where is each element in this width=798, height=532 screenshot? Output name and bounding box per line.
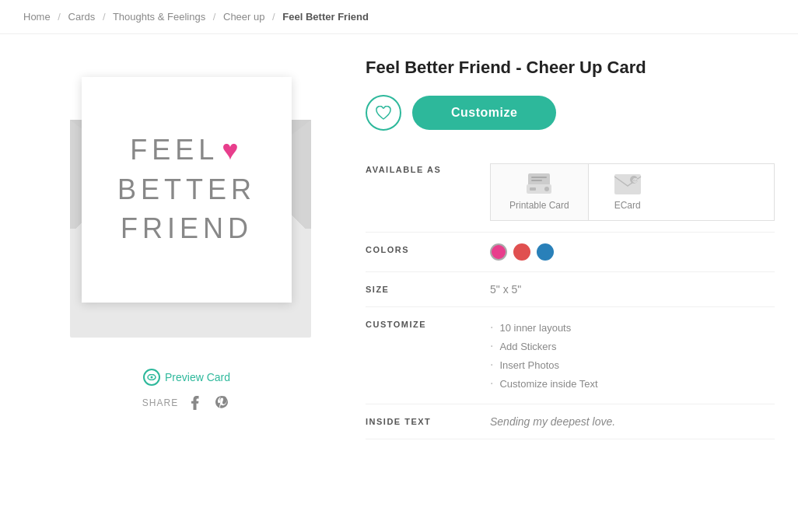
size-value: 5" x 5" [490,283,775,296]
bullet-icon: · [490,320,493,334]
colors-label: COLORS [366,243,490,254]
list-item: ·10 inner layouts [490,318,775,337]
left-panel: FEEL♥ BETTER FRIEND Preview Card SHARE [39,58,334,439]
available-as-label: AVAILABLE AS [366,163,490,174]
breadcrumb-sep-3: / [213,11,216,23]
inside-text-content: Sending my deepest love. [490,415,615,428]
available-as-options: Printable Card @ ECard [490,163,775,221]
pinterest-share-icon[interactable] [212,394,231,412]
svg-text:@: @ [632,177,638,183]
inside-text-row: INSIDE TEXT Sending my deepest love. [366,404,775,439]
svg-rect-4 [531,180,542,181]
customize-row: CUSTOMIZE ·10 inner layouts ·Add Sticker… [366,307,775,404]
inside-text-label: INSIDE TEXT [366,415,490,426]
product-title: Feel Better Friend - Cheer Up Card [366,58,775,78]
card-preview-container: FEEL♥ BETTER FRIEND [54,58,319,353]
available-as-row: AVAILABLE AS Printable Card [366,152,775,233]
preview-icon [143,369,160,386]
card-text-better: BETTER [117,170,256,209]
list-item: ·Customize inside Text [490,374,775,393]
available-as-value: Printable Card @ ECard [490,163,775,221]
bullet-icon: · [490,339,493,353]
colors-value [490,243,775,261]
printable-card-label: Printable Card [509,200,569,211]
main-content: FEEL♥ BETTER FRIEND Preview Card SHARE [0,34,798,463]
facebook-share-icon[interactable] [186,394,205,412]
breadcrumb-current: Feel Better Friend [282,11,369,23]
preview-label: Preview Card [165,371,230,383]
card-text-feel: FEEL♥ [130,131,243,170]
svg-point-1 [150,376,152,379]
customize-features-list: ·10 inner layouts ·Add Stickers ·Insert … [490,318,775,393]
size-text: 5" x 5" [490,283,521,296]
card-text-friend: FRIEND [121,209,253,248]
feature-2: Add Stickers [499,341,556,352]
greeting-card: FEEL♥ BETTER FRIEND [82,77,292,303]
printable-card-option[interactable]: Printable Card [491,164,589,220]
breadcrumb-home[interactable]: Home [23,11,51,23]
color-swatch-red[interactable] [513,243,530,261]
breadcrumb-category[interactable]: Thoughts & Feelings [113,11,205,23]
color-swatch-blue[interactable] [537,243,554,261]
feature-1: 10 inner layouts [499,322,571,334]
share-row: SHARE [142,394,231,412]
breadcrumb-subcategory[interactable]: Cheer up [223,11,264,23]
printable-card-icon [525,173,553,195]
list-item: ·Add Stickers [490,337,775,355]
feature-3: Insert Photos [499,359,559,371]
customize-section-label: CUSTOMIZE [366,318,490,329]
preview-card-link[interactable]: Preview Card [143,369,230,386]
breadcrumb-cards[interactable]: Cards [68,11,96,23]
ecard-label: ECard [614,200,641,211]
right-panel: Feel Better Friend - Cheer Up Card Custo… [366,58,775,439]
bullet-icon: · [490,358,493,372]
color-swatches [490,243,775,261]
breadcrumb-sep-4: / [272,11,275,23]
breadcrumb: Home / Cards / Thoughts & Feelings / Che… [0,0,798,34]
customize-button[interactable]: Customize [412,96,556,130]
svg-rect-3 [531,177,547,178]
ecard-icon: @ [614,173,642,195]
share-label: SHARE [142,397,178,408]
breadcrumb-sep-2: / [103,11,106,23]
card-heart-icon: ♥ [222,131,243,170]
breadcrumb-sep-1: / [58,11,61,23]
feature-4: Customize inside Text [499,378,597,390]
customize-list: ·10 inner layouts ·Add Stickers ·Insert … [490,318,775,393]
color-swatch-pink[interactable] [490,243,507,261]
wishlist-button[interactable] [366,95,401,131]
ecard-option[interactable]: @ ECard [589,164,667,220]
size-row: SIZE 5" x 5" [366,272,775,307]
svg-point-7 [544,187,549,191]
colors-row: COLORS [366,233,775,272]
action-row: Customize [366,95,775,131]
inside-text-value: Sending my deepest love. [490,415,775,428]
bullet-icon: · [490,376,493,390]
svg-rect-6 [530,187,536,191]
size-label: SIZE [366,283,490,294]
list-item: ·Insert Photos [490,355,775,374]
